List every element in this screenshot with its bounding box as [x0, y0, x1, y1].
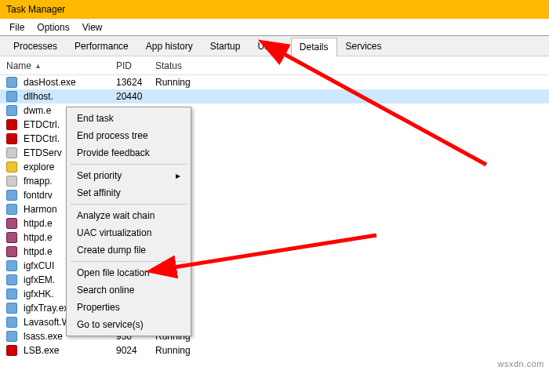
- tab-details[interactable]: Details: [291, 38, 337, 56]
- table-row[interactable]: dllhost.20440: [0, 89, 549, 103]
- ctx-properties[interactable]: Properties: [69, 299, 188, 316]
- process-icon: [6, 232, 17, 243]
- process-name: httpd.e: [24, 218, 53, 229]
- process-status: Running: [155, 317, 549, 328]
- process-icon: [6, 204, 17, 215]
- process-pid: 9024: [116, 345, 155, 356]
- process-name: ETDCtrl.: [24, 119, 60, 130]
- tabstrip: ProcessesPerformanceApp historyStartupUs…: [0, 36, 549, 56]
- process-status: Running: [155, 345, 549, 356]
- ctx-provide-feedback[interactable]: Provide feedback: [69, 144, 188, 162]
- process-icon: [6, 176, 17, 187]
- ctx-search-online[interactable]: Search online: [69, 281, 188, 299]
- process-name: dwm.e: [24, 105, 51, 116]
- table-row[interactable]: LSB.exe9024Running: [0, 343, 549, 358]
- process-name: fmapp.: [24, 176, 53, 187]
- ctx-uac-virtualization[interactable]: UAC virtualization: [69, 224, 188, 241]
- process-status: Running: [155, 331, 549, 342]
- title: Task Manager: [6, 4, 65, 15]
- process-icon: [6, 317, 17, 328]
- tab-processes[interactable]: Processes: [5, 37, 66, 56]
- process-pid: 13624: [116, 77, 155, 88]
- menubar: FileOptionsView: [0, 19, 549, 36]
- process-name: httpd.e: [24, 246, 53, 257]
- sort-asc-icon: ▲: [35, 62, 42, 70]
- process-name: lsass.exe: [24, 331, 63, 342]
- process-name: fontdrv: [24, 190, 53, 201]
- process-icon: [6, 274, 17, 285]
- process-name: ETDCtrl.: [24, 133, 60, 144]
- process-name: LSB.exe: [24, 345, 59, 356]
- context-menu[interactable]: End taskEnd process treeProvide feedback…: [66, 107, 191, 336]
- table-row[interactable]: dasHost.exe13624Running: [0, 75, 549, 89]
- ctx-open-file-location[interactable]: Open file location: [69, 264, 188, 281]
- process-icon: [6, 147, 17, 158]
- process-icon: [6, 345, 17, 356]
- process-icon: [6, 91, 17, 102]
- ctx-end-process-tree[interactable]: End process tree: [69, 127, 188, 144]
- process-name: dasHost.exe: [24, 77, 76, 88]
- process-icon: [6, 77, 17, 88]
- menu-file[interactable]: File: [3, 19, 31, 36]
- tab-startup[interactable]: Startup: [202, 37, 249, 56]
- separator: [71, 164, 187, 165]
- process-name: explore: [24, 162, 54, 172]
- tab-performance[interactable]: Performance: [66, 37, 137, 56]
- process-name: igfxHK.: [24, 289, 54, 299]
- process-status: Running: [155, 303, 549, 314]
- ctx-set-priority[interactable]: Set priority▸: [69, 167, 188, 184]
- process-icon: [6, 303, 17, 314]
- process-icon: [6, 260, 17, 271]
- menu-view[interactable]: View: [76, 19, 109, 36]
- process-icon: [6, 133, 17, 144]
- process-name: ETDServ: [24, 147, 62, 158]
- process-name: igfxCUI: [24, 260, 54, 271]
- col-pid[interactable]: PID: [116, 60, 155, 71]
- col-status[interactable]: Status: [155, 60, 549, 71]
- chevron-right-icon: ▸: [176, 170, 180, 181]
- col-name[interactable]: Name▲: [6, 60, 116, 71]
- tab-users[interactable]: Users: [249, 37, 290, 56]
- process-icon: [6, 119, 17, 130]
- ctx-set-affinity[interactable]: Set affinity: [69, 184, 188, 201]
- process-name: Harmon: [24, 204, 57, 215]
- ctx-analyze-wait-chain[interactable]: Analyze wait chain: [69, 207, 188, 224]
- process-icon: [6, 246, 17, 257]
- column-headers[interactable]: Name▲ PID Status: [0, 56, 549, 75]
- process-icon: [6, 105, 17, 116]
- ctx-create-dump-file[interactable]: Create dump file: [69, 241, 188, 259]
- ctx-go-to-service-s-[interactable]: Go to service(s): [69, 316, 188, 333]
- tab-app-history[interactable]: App history: [137, 37, 202, 56]
- process-icon: [6, 289, 17, 299]
- process-name: httpd.e: [24, 232, 53, 243]
- ctx-end-task[interactable]: End task: [69, 110, 188, 127]
- menu-options[interactable]: Options: [31, 19, 75, 36]
- process-name: dllhost.: [24, 91, 53, 102]
- process-name: igfxEM.: [24, 274, 55, 285]
- separator: [71, 204, 187, 205]
- process-icon: [6, 218, 17, 229]
- process-status: Running: [155, 77, 549, 88]
- process-icon: [6, 162, 17, 172]
- process-icon: [6, 331, 17, 342]
- process-pid: 20440: [116, 91, 155, 102]
- process-icon: [6, 190, 17, 201]
- watermark: wsxdn.com: [497, 359, 544, 368]
- separator: [71, 261, 187, 262]
- tab-services[interactable]: Services: [337, 37, 391, 56]
- title-bar: Task Manager: [0, 0, 549, 19]
